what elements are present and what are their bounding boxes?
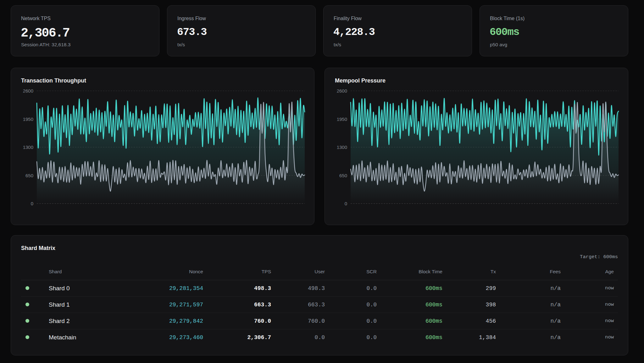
svg-text:2600: 2600: [23, 88, 33, 94]
svg-text:1950: 1950: [23, 116, 33, 122]
svg-text:2600: 2600: [337, 88, 347, 94]
svg-text:650: 650: [339, 173, 347, 178]
svg-text:0: 0: [345, 201, 347, 206]
svg-text:1300: 1300: [337, 145, 347, 150]
svg-text:650: 650: [25, 173, 33, 178]
svg-text:1950: 1950: [337, 116, 347, 122]
svg-text:0: 0: [31, 201, 33, 206]
svg-text:1300: 1300: [23, 145, 33, 150]
